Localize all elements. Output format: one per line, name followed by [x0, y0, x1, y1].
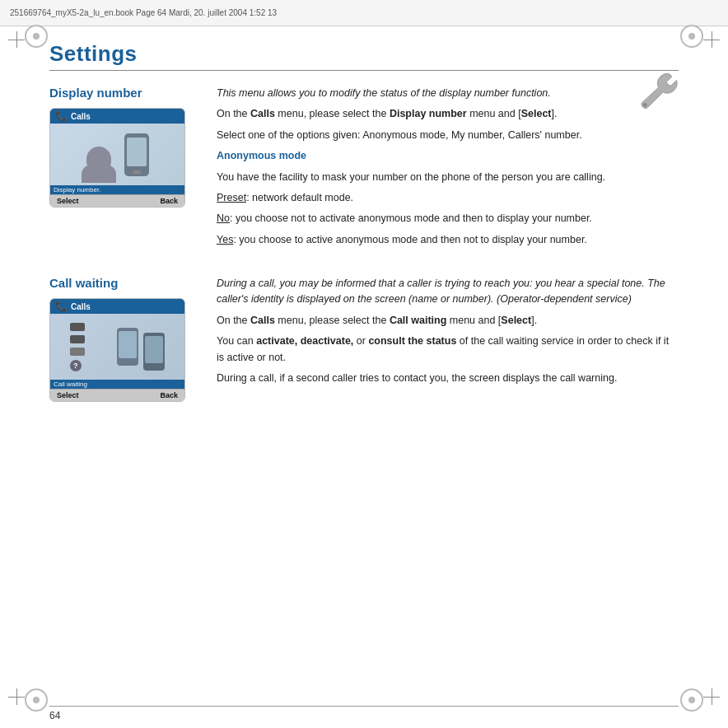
phone-screen-label: Display number.	[54, 186, 100, 194]
crosshair-top-left	[8, 31, 25, 48]
target-circle-bottom-right	[680, 688, 703, 712]
crosshair-top-right	[703, 31, 720, 48]
dn-para-1: This menu allows you to modify the statu…	[217, 86, 679, 101]
call-waiting-right: During a call, you may be informed that …	[217, 276, 679, 402]
dn-para-2: On the Calls menu, please select the Dis…	[217, 106, 679, 122]
wrench-icon	[633, 68, 679, 113]
phone-header: 📞 Calls	[50, 109, 184, 124]
cw-para-2: On the Calls menu, please select the Cal…	[217, 313, 679, 329]
call-waiting-section: Call waiting 📞 Calls	[49, 276, 679, 402]
crosshair-bottom-right	[703, 688, 720, 705]
svg-point-0	[643, 103, 647, 107]
cw-screen-body: ?	[50, 314, 184, 380]
select-button[interactable]: Select	[57, 197, 79, 205]
cw-phone-header: 📞 Calls	[50, 299, 184, 314]
display-number-left: Display number 📞 Calls	[49, 86, 194, 253]
display-number-right: This menu allows you to modify the statu…	[217, 86, 679, 253]
cw-para-1: During a call, you may be informed that …	[217, 276, 679, 308]
phone-header-icon: 📞	[55, 110, 68, 122]
page-title: Settings	[49, 41, 679, 67]
cw-para-3: You can activate, deactivate, or consult…	[217, 334, 679, 366]
dn-preset: Preset: network default mode.	[217, 190, 679, 206]
display-number-heading: Display number	[49, 86, 194, 100]
page-number: 64	[49, 710, 60, 721]
dn-para-3: Select one of the options given: Anonymo…	[217, 128, 679, 143]
header-bar: 251669764_myX5-2a_lu_en.book Page 64 Mar…	[0, 0, 728, 26]
phone-display-label: Display number.	[50, 185, 184, 194]
phone-screen-body	[50, 124, 184, 185]
call-waiting-phone: 📞 Calls	[49, 298, 185, 402]
cw-screen-label: Call waiting	[54, 380, 87, 388]
dn-yes: Yes: you choose to active anonymous mode…	[217, 232, 679, 248]
target-circle-bottom-left	[25, 688, 48, 712]
back-button[interactable]: Back	[160, 197, 178, 205]
cw-select-button[interactable]: Select	[57, 391, 79, 399]
dn-no: No: you choose not to activate anonymous…	[217, 211, 679, 226]
call-waiting-left: Call waiting 📞 Calls	[49, 276, 194, 402]
cw-para-4: During a call, if a second caller tries …	[217, 371, 679, 386]
display-number-phone: 📞 Calls	[49, 108, 185, 208]
display-number-section: Display number 📞 Calls	[49, 86, 679, 253]
header-text: 251669764_myX5-2a_lu_en.book Page 64 Mar…	[10, 8, 277, 17]
cw-back-button[interactable]: Back	[160, 391, 178, 399]
crosshair-bottom-left	[8, 688, 25, 705]
dn-anon-body: You have the facility to mask your numbe…	[217, 170, 679, 185]
call-waiting-heading: Call waiting	[49, 276, 194, 290]
phone-header-label: Calls	[71, 112, 91, 121]
cw-phone-footer: Select Back	[50, 389, 184, 401]
phone-footer: Select Back	[50, 194, 184, 207]
title-divider	[49, 70, 679, 71]
target-circle-top-right	[680, 25, 703, 48]
cw-phone-label: Call waiting	[50, 380, 184, 389]
target-circle-top-left	[25, 25, 48, 48]
footer-divider	[49, 706, 679, 707]
cw-phone-header-icon: 📞	[55, 301, 68, 312]
dn-anon-heading: Anonymous mode	[217, 148, 679, 164]
page-content: Settings Display number 📞 Calls	[49, 26, 679, 702]
cw-phone-header-label: Calls	[71, 302, 91, 311]
